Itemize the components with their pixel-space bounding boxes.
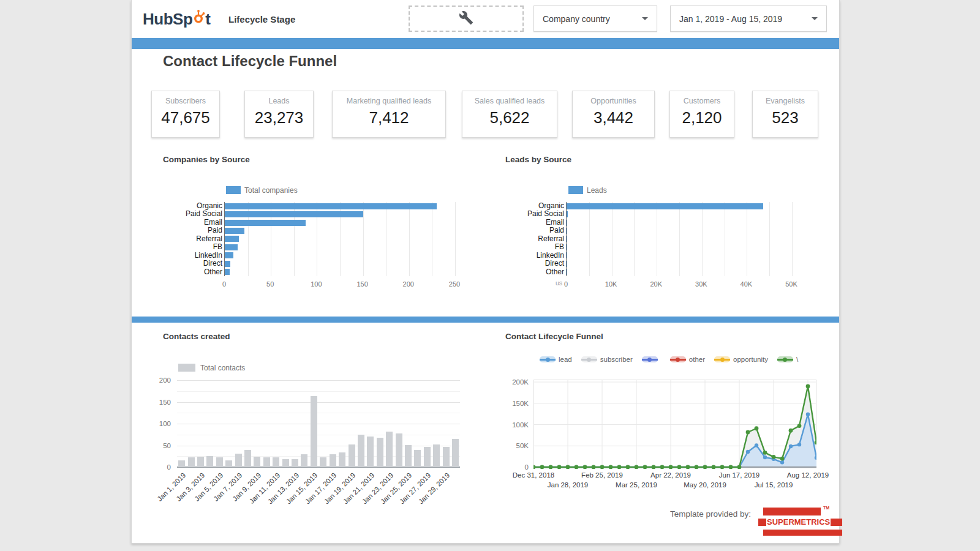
category-label: Organic [154,202,222,210]
bar[interactable] [433,444,440,467]
bar[interactable] [225,220,306,226]
bar[interactable] [396,433,402,467]
legend-label: subscriber [600,356,633,363]
hubspot-logo-text-end: t [205,10,210,29]
axis-tick: 150 [356,280,368,288]
company-country-filter[interactable]: Company country [533,6,657,32]
bar[interactable] [225,236,239,242]
bar[interactable] [225,211,363,217]
bar[interactable] [225,244,238,250]
bar[interactable] [225,261,230,267]
axis-tick: 30K [695,280,707,288]
scorecard-value: 2,120 [670,108,734,127]
chevron-down-icon [642,17,648,20]
bar[interactable] [567,236,567,242]
axis-tick: 0 [525,463,529,471]
axis-tick: 200 [159,377,171,384]
funnel-line-chart[interactable] [533,380,816,469]
bar[interactable] [414,450,421,467]
bar[interactable] [197,457,204,467]
bar[interactable] [225,460,232,467]
bar[interactable] [567,211,568,217]
bar[interactable] [244,450,251,467]
bar[interactable] [452,439,459,467]
bar[interactable] [225,228,244,234]
bar[interactable] [377,438,383,467]
bar[interactable] [367,437,374,467]
axis-tick: Jun 17, 2019 [719,471,760,479]
bar[interactable] [225,203,437,209]
contacts-legend-label: Total contacts [200,364,245,372]
scorecard-label: Marketing qualified leads [333,97,445,105]
scorecard-label: Evangelists [753,97,818,105]
chevron-down-icon [812,17,818,20]
scorecard-label: Leads [245,97,313,105]
category-label: FB [154,243,222,251]
legend-swatch [670,356,686,362]
bar[interactable] [216,457,223,467]
axis-tick: 40K [741,280,753,288]
bar[interactable] [311,396,317,467]
bar[interactable] [386,432,393,467]
bar[interactable] [358,435,364,467]
supermetrics-tm: TM [823,506,829,510]
scorecard-label: Subscribers [152,97,219,105]
bar[interactable] [443,447,450,467]
bar[interactable] [225,252,233,258]
company-country-filter-label: Company country [543,14,610,24]
axis-tick: 10K [605,280,617,288]
bar[interactable] [292,459,298,467]
axis-tick: Mar 25, 2019 [616,481,657,489]
bar[interactable] [206,456,213,467]
bar[interactable] [282,459,289,467]
bar[interactable] [405,445,412,467]
bar[interactable] [235,454,242,467]
date-range-filter[interactable]: Jan 1, 2019 - Aug 15, 2019 [670,6,827,32]
bar[interactable] [567,228,567,234]
supermetrics-logo-bar [763,508,821,515]
legend-item: subscriber [581,356,633,363]
bar[interactable] [188,457,195,467]
axis-tick: Apr 22, 2019 [650,471,691,479]
category-label: Paid [496,227,564,234]
axis-tick: 50 [163,442,171,449]
legend-item: opportunity [714,356,768,363]
scorecard-label: Sales qualified leads [462,97,557,105]
bar[interactable] [273,457,279,467]
axis-tick: 100 [311,280,322,288]
bar[interactable] [225,269,230,275]
hubspot-logo-text: HubSp [143,10,192,29]
companies-bar-chart[interactable] [224,202,455,276]
bar[interactable] [320,457,326,467]
contacts-bar-chart[interactable] [177,380,460,467]
bar[interactable] [254,457,260,467]
axis-tick: Aug 12, 2019 [787,471,829,479]
bar[interactable] [178,460,185,467]
bar[interactable] [567,220,567,226]
bar[interactable] [301,454,307,467]
scorecard-evangelists: Evangelists 523 [752,91,818,138]
header-accent-bar [132,38,839,49]
axis-tick: 100 [159,420,171,427]
scorecard-mql: Marketing qualified leads 7,412 [332,91,446,138]
category-label: Direct [154,260,222,268]
companies-x-axis: 050100150200250 [224,280,454,289]
gridline [792,202,793,276]
bar[interactable] [349,444,355,467]
category-label: Email [154,219,222,227]
config-control[interactable] [409,6,524,32]
bar[interactable] [339,452,345,467]
bar[interactable] [330,454,336,467]
bar[interactable] [424,447,431,467]
bar[interactable] [567,203,763,209]
legend-label: other [689,356,705,363]
category-label: Organic [496,202,564,210]
leads-bar-chart[interactable] [566,202,792,276]
bar[interactable] [263,457,270,467]
axis-tick: 50K [785,280,797,288]
legend-swatch [540,356,556,362]
axis-tick: Jan 28, 2019 [548,481,589,489]
contacts-legend-swatch [178,364,195,372]
legend-label: \ [796,356,798,363]
contacts-y-axis: 050100150200 [144,380,171,467]
